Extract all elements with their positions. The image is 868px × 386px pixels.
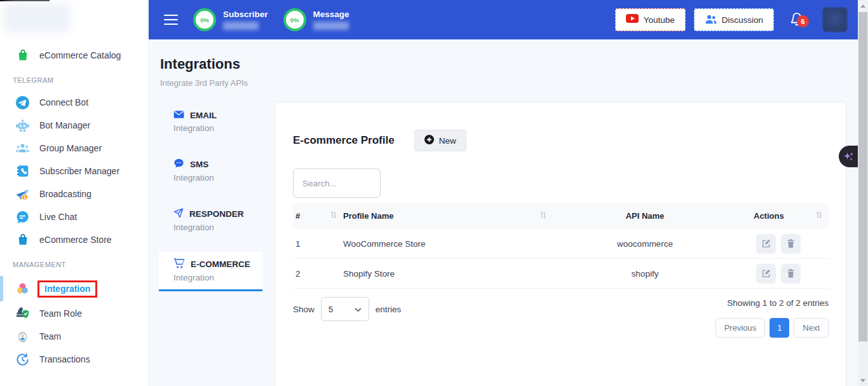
youtube-button[interactable]: Youtube xyxy=(615,8,686,31)
ai-assistant-fab[interactable] xyxy=(839,146,858,167)
scrollbar-down-arrow[interactable] xyxy=(858,376,868,385)
message-stat: 0% Message xyxy=(283,8,349,31)
sidebar-item-live-chat[interactable]: Live Chat xyxy=(0,205,148,228)
subnav-subtitle: Integration xyxy=(173,273,262,282)
edit-button[interactable] xyxy=(756,234,776,254)
subnav-subtitle: Integration xyxy=(173,223,262,232)
sms-bubble-icon xyxy=(173,158,184,170)
panel-title: E-commerce Profile xyxy=(293,134,395,147)
youtube-icon xyxy=(626,14,639,25)
edit-icon xyxy=(761,238,771,249)
top-header-bar: 0% Subscriber 0% Message Youtube Discuss… xyxy=(148,0,858,39)
plus-icon xyxy=(424,135,434,146)
subnav-title: RESPONDER xyxy=(189,209,244,219)
ecommerce-profile-card: E-commerce Profile New # xyxy=(275,102,846,386)
section-label-management: MANAGEMENT xyxy=(0,251,148,275)
subscriber-percent: 0% xyxy=(200,17,209,24)
svg-text:1: 1 xyxy=(24,194,27,200)
sidebar-item-label: Subscriber Manager xyxy=(39,166,119,176)
envelope-icon xyxy=(173,110,184,121)
logo-redacted xyxy=(4,3,71,33)
subnav-subtitle: Integration xyxy=(173,123,262,133)
sort-icon[interactable] xyxy=(816,211,822,221)
row-number: 1 xyxy=(293,239,343,249)
sidebar-item-bot-manager[interactable]: Bot Manager xyxy=(0,114,148,137)
store-bag-icon xyxy=(15,233,30,247)
annotation-highlight-box: Integration xyxy=(37,280,97,298)
sidebar-item-transactions[interactable]: Transactions xyxy=(0,348,148,371)
history-clock-icon xyxy=(15,352,30,367)
discussion-button-label: Discussion xyxy=(722,15,763,25)
sidebar-item-connect-bot[interactable]: Connect Bot xyxy=(0,91,148,114)
subscriber-progress-ring: 0% xyxy=(193,8,216,31)
subscriber-label: Subscriber xyxy=(223,10,268,19)
avatar[interactable] xyxy=(822,7,848,32)
table-row: 2 Shopify Store shopify xyxy=(293,259,829,289)
table-header-row: # Profile Name API Name xyxy=(293,203,829,229)
edit-button[interactable] xyxy=(756,264,776,284)
robot-icon xyxy=(15,118,30,133)
color-circles-icon xyxy=(15,282,30,296)
sidebar-item-label: Transactions xyxy=(39,354,90,364)
column-header-api-name[interactable]: API Name xyxy=(626,211,665,221)
sidebar-item-broadcasting[interactable]: 1 Broadcasting xyxy=(0,183,148,205)
next-page-button[interactable]: Next xyxy=(794,318,829,338)
subnav-item-sms[interactable]: SMS Integration xyxy=(159,153,262,190)
discussion-button[interactable]: Discussion xyxy=(694,8,774,31)
sidebar-item-label: Bot Manager xyxy=(39,120,90,130)
subnav-title: EMAIL xyxy=(190,111,217,120)
sidebar-item-label: Connect Bot xyxy=(39,97,88,107)
page-title: Integrations xyxy=(160,56,858,72)
subnav-item-ecommerce[interactable]: E-COMMERCE Integration xyxy=(159,252,262,291)
subscriber-stat: 0% Subscriber xyxy=(193,8,268,31)
notifications-button[interactable]: 6 xyxy=(789,7,810,32)
edit-icon xyxy=(761,268,771,279)
gear-person-icon xyxy=(15,329,30,344)
sidebar-item-label: eCommerce Catalog xyxy=(39,50,121,60)
table-row: 1 WooCommerce Store woocommerce xyxy=(293,229,829,259)
sidebar-item-team-role[interactable]: Team Role xyxy=(0,302,148,325)
previous-page-button[interactable]: Previous xyxy=(715,318,766,338)
scrollbar-up-arrow[interactable] xyxy=(858,1,868,10)
subnav-item-responder[interactable]: RESPONDER Integration xyxy=(159,202,262,239)
hamburger-menu-icon[interactable] xyxy=(164,15,178,25)
column-header-actions[interactable]: Actions xyxy=(754,211,784,221)
sidebar-item-subscriber-manager[interactable]: Subscriber Manager xyxy=(0,160,148,183)
entries-per-page-value: 5 xyxy=(329,305,334,314)
sort-icon[interactable] xyxy=(330,211,337,221)
sidebar-item-label: Team Role xyxy=(39,308,82,319)
sidebar-item-integration[interactable]: Integration xyxy=(0,275,148,302)
message-percent: 0% xyxy=(290,17,299,24)
sidebar-item-label: Team xyxy=(39,331,61,341)
show-label: Show xyxy=(293,305,315,314)
scrollbar-thumb[interactable] xyxy=(858,12,867,341)
sidebar-item-ecommerce-catalog[interactable]: eCommerce Catalog xyxy=(0,44,148,67)
shopping-bag-icon xyxy=(15,48,30,63)
sidebar-item-team[interactable]: Team xyxy=(0,325,148,348)
sidebar-item-label: eCommerce Store xyxy=(39,235,112,245)
youtube-button-label: Youtube xyxy=(644,15,675,25)
page-subtitle: Integrate 3rd Party APIs xyxy=(160,78,858,88)
entries-per-page-select[interactable]: 5 xyxy=(321,297,369,321)
sort-icon[interactable] xyxy=(540,211,546,221)
api-name-cell: woocommerce xyxy=(553,239,737,249)
subnav-item-email[interactable]: EMAIL Integration xyxy=(159,104,262,140)
column-header-profile-name[interactable]: Profile Name xyxy=(343,211,393,221)
search-input[interactable] xyxy=(293,169,381,198)
active-indicator-bar xyxy=(0,276,3,301)
sidebar-item-ecommerce-store[interactable]: eCommerce Store xyxy=(0,228,148,251)
notification-count-badge: 6 xyxy=(797,15,809,27)
delete-button[interactable] xyxy=(781,234,801,254)
delete-button[interactable] xyxy=(781,264,801,284)
page-1-button[interactable]: 1 xyxy=(770,318,789,338)
profiles-table: # Profile Name API Name xyxy=(293,203,829,289)
showing-entries-text: Showing 1 to 2 of 2 entries xyxy=(715,298,829,308)
entries-label: entries xyxy=(376,305,402,314)
column-header-num[interactable]: # xyxy=(295,211,300,221)
sidebar-item-group-manager[interactable]: Group Manager xyxy=(0,137,148,160)
sparkles-icon xyxy=(843,151,855,163)
section-label-telegram: TELEGRAM xyxy=(0,67,148,91)
api-name-cell: shopify xyxy=(553,269,737,279)
new-profile-button[interactable]: New xyxy=(414,130,466,151)
subnav-title: SMS xyxy=(190,160,208,169)
